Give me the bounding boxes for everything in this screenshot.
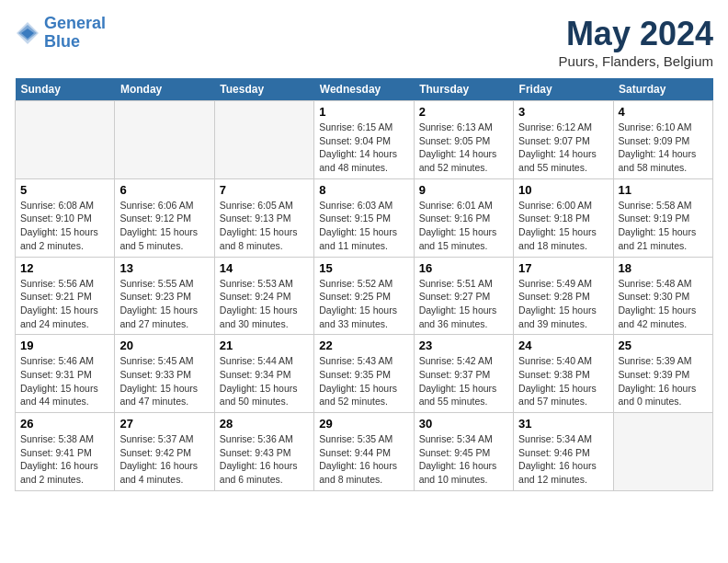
day-cell: 22Sunrise: 5:43 AMSunset: 9:35 PMDayligh…	[314, 335, 414, 413]
logo-icon	[15, 20, 40, 46]
day-number: 10	[518, 183, 608, 197]
day-number: 26	[20, 417, 109, 431]
col-header-thursday: Thursday	[414, 78, 513, 101]
day-cell: 9Sunrise: 6:01 AMSunset: 9:16 PMDaylight…	[414, 178, 513, 257]
day-number: 8	[319, 183, 408, 197]
day-info: Sunrise: 5:51 AMSunset: 9:27 PMDaylight:…	[419, 277, 508, 331]
day-info: Sunrise: 6:08 AMSunset: 9:10 PMDaylight:…	[20, 199, 109, 253]
day-cell: 2Sunrise: 6:13 AMSunset: 9:05 PMDaylight…	[414, 101, 513, 179]
day-cell	[214, 101, 313, 179]
day-cell	[115, 101, 214, 179]
day-number: 25	[619, 339, 708, 352]
day-number: 2	[419, 105, 508, 119]
day-info: Sunrise: 5:38 AMSunset: 9:41 PMDaylight:…	[20, 432, 109, 487]
col-header-sunday: Sunday	[16, 78, 115, 101]
logo: General Blue	[15, 15, 106, 52]
day-number: 24	[518, 339, 608, 352]
day-number: 28	[220, 417, 309, 431]
day-info: Sunrise: 5:58 AMSunset: 9:19 PMDaylight:…	[619, 199, 708, 253]
title-block: May 2024 Puurs, Flanders, Belgium	[559, 15, 713, 69]
day-info: Sunrise: 5:45 AMSunset: 9:33 PMDaylight:…	[119, 354, 209, 408]
day-cell	[16, 101, 115, 179]
week-row-1: 1Sunrise: 6:15 AMSunset: 9:04 PMDaylight…	[16, 101, 713, 179]
day-cell: 20Sunrise: 5:45 AMSunset: 9:33 PMDayligh…	[115, 335, 214, 413]
day-info: Sunrise: 5:44 AMSunset: 9:34 PMDaylight:…	[220, 354, 309, 408]
day-info: Sunrise: 6:13 AMSunset: 9:05 PMDaylight:…	[419, 121, 508, 175]
day-number: 3	[518, 105, 608, 119]
day-info: Sunrise: 6:06 AMSunset: 9:12 PMDaylight:…	[119, 199, 209, 253]
col-header-monday: Monday	[115, 78, 214, 101]
day-cell: 14Sunrise: 5:53 AMSunset: 9:24 PMDayligh…	[214, 257, 313, 335]
day-cell: 23Sunrise: 5:42 AMSunset: 9:37 PMDayligh…	[414, 335, 513, 413]
day-cell: 21Sunrise: 5:44 AMSunset: 9:34 PMDayligh…	[214, 335, 313, 413]
day-number: 6	[119, 183, 209, 197]
day-cell: 27Sunrise: 5:37 AMSunset: 9:42 PMDayligh…	[115, 413, 214, 491]
day-cell: 28Sunrise: 5:36 AMSunset: 9:43 PMDayligh…	[214, 413, 313, 491]
day-info: Sunrise: 5:36 AMSunset: 9:43 PMDaylight:…	[220, 432, 309, 487]
day-number: 4	[619, 105, 708, 119]
day-info: Sunrise: 6:00 AMSunset: 9:18 PMDaylight:…	[518, 199, 608, 253]
day-number: 22	[319, 339, 408, 352]
day-info: Sunrise: 5:42 AMSunset: 9:37 PMDaylight:…	[419, 354, 508, 408]
day-info: Sunrise: 5:43 AMSunset: 9:35 PMDaylight:…	[319, 354, 408, 408]
col-header-friday: Friday	[514, 78, 613, 101]
day-number: 27	[119, 417, 209, 431]
page-header: General Blue May 2024 Puurs, Flanders, B…	[15, 15, 713, 69]
day-number: 21	[220, 339, 309, 352]
day-info: Sunrise: 5:39 AMSunset: 9:39 PMDaylight:…	[619, 354, 708, 408]
day-cell: 25Sunrise: 5:39 AMSunset: 9:39 PMDayligh…	[613, 335, 712, 413]
day-cell: 4Sunrise: 6:10 AMSunset: 9:09 PMDaylight…	[613, 101, 712, 179]
day-cell: 8Sunrise: 6:03 AMSunset: 9:15 PMDaylight…	[314, 178, 414, 257]
day-info: Sunrise: 5:35 AMSunset: 9:44 PMDaylight:…	[319, 432, 408, 487]
day-cell: 12Sunrise: 5:56 AMSunset: 9:21 PMDayligh…	[16, 257, 115, 335]
day-cell: 17Sunrise: 5:49 AMSunset: 9:28 PMDayligh…	[514, 257, 613, 335]
day-number: 5	[20, 183, 109, 197]
week-row-4: 19Sunrise: 5:46 AMSunset: 9:31 PMDayligh…	[16, 335, 713, 413]
day-number: 29	[319, 417, 408, 431]
day-number: 11	[619, 183, 708, 197]
day-info: Sunrise: 5:37 AMSunset: 9:42 PMDaylight:…	[119, 432, 209, 487]
day-info: Sunrise: 5:48 AMSunset: 9:30 PMDaylight:…	[619, 277, 708, 331]
col-header-saturday: Saturday	[613, 78, 712, 101]
day-cell: 30Sunrise: 5:34 AMSunset: 9:45 PMDayligh…	[414, 413, 513, 491]
day-info: Sunrise: 5:56 AMSunset: 9:21 PMDaylight:…	[20, 277, 109, 331]
calendar-table: SundayMondayTuesdayWednesdayThursdayFrid…	[15, 78, 713, 491]
day-cell: 3Sunrise: 6:12 AMSunset: 9:07 PMDaylight…	[514, 101, 613, 179]
logo-line2: Blue	[44, 32, 80, 51]
header-row: SundayMondayTuesdayWednesdayThursdayFrid…	[16, 78, 713, 101]
day-cell: 29Sunrise: 5:35 AMSunset: 9:44 PMDayligh…	[314, 413, 414, 491]
day-number: 16	[419, 261, 508, 275]
day-cell: 26Sunrise: 5:38 AMSunset: 9:41 PMDayligh…	[16, 413, 115, 491]
day-info: Sunrise: 5:34 AMSunset: 9:46 PMDaylight:…	[518, 432, 608, 487]
day-info: Sunrise: 5:34 AMSunset: 9:45 PMDaylight:…	[419, 432, 508, 487]
day-info: Sunrise: 6:12 AMSunset: 9:07 PMDaylight:…	[518, 121, 608, 175]
day-cell: 1Sunrise: 6:15 AMSunset: 9:04 PMDaylight…	[314, 101, 414, 179]
day-cell: 16Sunrise: 5:51 AMSunset: 9:27 PMDayligh…	[414, 257, 513, 335]
day-cell: 31Sunrise: 5:34 AMSunset: 9:46 PMDayligh…	[514, 413, 613, 491]
day-number: 1	[319, 105, 408, 119]
location: Puurs, Flanders, Belgium	[559, 53, 713, 69]
day-info: Sunrise: 6:10 AMSunset: 9:09 PMDaylight:…	[619, 121, 708, 175]
col-header-wednesday: Wednesday	[314, 78, 414, 101]
week-row-5: 26Sunrise: 5:38 AMSunset: 9:41 PMDayligh…	[16, 413, 713, 491]
day-cell: 6Sunrise: 6:06 AMSunset: 9:12 PMDaylight…	[115, 178, 214, 257]
day-cell: 15Sunrise: 5:52 AMSunset: 9:25 PMDayligh…	[314, 257, 414, 335]
day-cell	[613, 413, 712, 491]
day-cell: 7Sunrise: 6:05 AMSunset: 9:13 PMDaylight…	[214, 178, 313, 257]
logo-text: General Blue	[44, 15, 106, 52]
day-info: Sunrise: 5:49 AMSunset: 9:28 PMDaylight:…	[518, 277, 608, 331]
day-number: 15	[319, 261, 408, 275]
logo-line1: General	[44, 14, 106, 32]
week-row-3: 12Sunrise: 5:56 AMSunset: 9:21 PMDayligh…	[16, 257, 713, 335]
day-info: Sunrise: 6:01 AMSunset: 9:16 PMDaylight:…	[419, 199, 508, 253]
day-cell: 18Sunrise: 5:48 AMSunset: 9:30 PMDayligh…	[613, 257, 712, 335]
day-number: 23	[419, 339, 508, 352]
day-info: Sunrise: 6:15 AMSunset: 9:04 PMDaylight:…	[319, 121, 408, 175]
month-title: May 2024	[559, 15, 713, 53]
col-header-tuesday: Tuesday	[214, 78, 313, 101]
day-number: 18	[619, 261, 708, 275]
day-number: 30	[419, 417, 508, 431]
day-number: 9	[419, 183, 508, 197]
day-cell: 13Sunrise: 5:55 AMSunset: 9:23 PMDayligh…	[115, 257, 214, 335]
day-number: 19	[20, 339, 109, 352]
